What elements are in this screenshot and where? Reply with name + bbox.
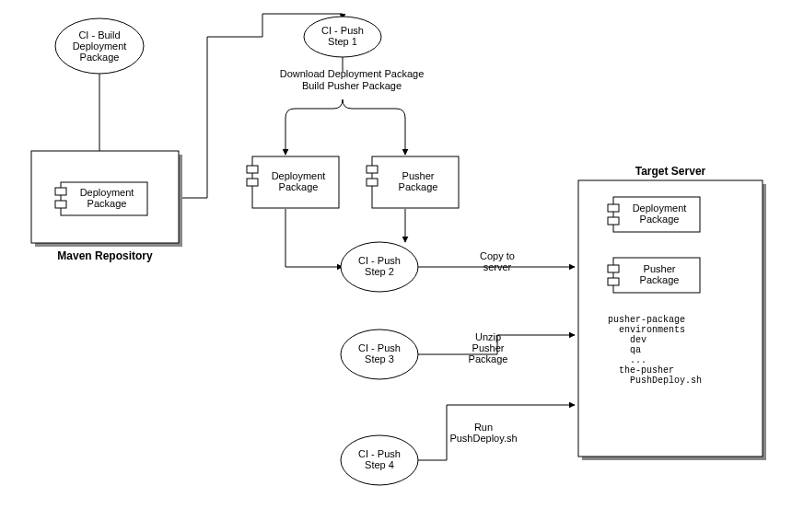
svg-text:CI - Push: CI - Push: [358, 448, 401, 459]
svg-text:PushDeploy.sh: PushDeploy.sh: [449, 433, 517, 444]
ci-push-step2-ellipse: CI - Push Step 2: [341, 242, 418, 292]
svg-text:Step 3: Step 3: [365, 353, 394, 364]
svg-rect-27: [55, 188, 66, 195]
svg-text:Run: Run: [474, 422, 493, 433]
svg-text:Deployment: Deployment: [633, 202, 687, 214]
run-annotation: Run PushDeploy.sh: [449, 422, 517, 444]
target-server-label: Target Server: [635, 165, 706, 178]
svg-rect-38: [367, 179, 378, 186]
svg-text:Pusher: Pusher: [472, 342, 505, 353]
svg-text:CI - Push: CI - Push: [321, 25, 364, 36]
copy-to-server-annotation: Copy to server: [480, 250, 515, 272]
svg-text:CI - Push: CI - Push: [358, 255, 401, 266]
svg-text:CI - Push: CI - Push: [358, 342, 401, 353]
svg-text:Pusher: Pusher: [402, 170, 435, 181]
svg-rect-32: [247, 166, 258, 173]
svg-text:Package: Package: [640, 214, 680, 225]
svg-text:Step 1: Step 1: [328, 36, 357, 47]
svg-text:Deployment: Deployment: [73, 40, 127, 52]
svg-text:Pusher: Pusher: [644, 263, 676, 274]
svg-text:CI - Build: CI - Build: [78, 29, 120, 40]
pusher-package-tree: pusher-package environments dev qa ... t…: [608, 315, 764, 386]
maven-deployment-package-component: Deployment Package: [55, 182, 147, 215]
center-deployment-package-component: Deployment Package: [247, 156, 339, 208]
svg-rect-48: [608, 278, 619, 285]
svg-text:Package: Package: [469, 353, 508, 364]
svg-text:Step 2: Step 2: [365, 266, 394, 277]
svg-text:Package: Package: [279, 181, 319, 192]
target-deployment-package-component: Deployment Package: [608, 197, 700, 232]
svg-text:Package: Package: [640, 274, 680, 285]
svg-text:Package: Package: [399, 181, 438, 192]
svg-rect-47: [608, 265, 619, 272]
svg-text:Unzip: Unzip: [475, 331, 501, 342]
ci-build-ellipse: CI - Build Deployment Package: [55, 18, 144, 74]
svg-text:Deployment: Deployment: [272, 170, 326, 181]
target-pusher-package-component: Pusher Package: [608, 258, 700, 293]
svg-text:Download Deployment Package: Download Deployment Package: [280, 68, 425, 79]
svg-text:Copy to: Copy to: [480, 250, 515, 261]
ci-push-step3-ellipse: CI - Push Step 3: [341, 330, 418, 379]
svg-text:server: server: [483, 261, 512, 272]
svg-rect-33: [247, 179, 258, 186]
svg-rect-42: [608, 204, 619, 212]
download-build-annotation: Download Deployment Package Build Pusher…: [280, 68, 425, 91]
svg-text:Build Pusher Package: Build Pusher Package: [302, 80, 402, 91]
svg-rect-43: [608, 217, 619, 225]
ci-push-step4-ellipse: CI - Push Step 4: [341, 435, 418, 485]
svg-text:Step 4: Step 4: [365, 459, 394, 470]
center-pusher-package-component: Pusher Package: [367, 156, 459, 208]
svg-rect-37: [367, 166, 378, 173]
svg-text:Package: Package: [80, 52, 120, 63]
svg-text:Deployment: Deployment: [80, 187, 134, 198]
ci-push-step1-ellipse: CI - Push Step 1: [304, 17, 381, 57]
svg-text:Package: Package: [87, 198, 127, 209]
maven-repository-label: Maven Repository: [57, 249, 153, 262]
unzip-annotation: Unzip Pusher Package: [469, 331, 508, 364]
svg-rect-28: [55, 201, 66, 208]
